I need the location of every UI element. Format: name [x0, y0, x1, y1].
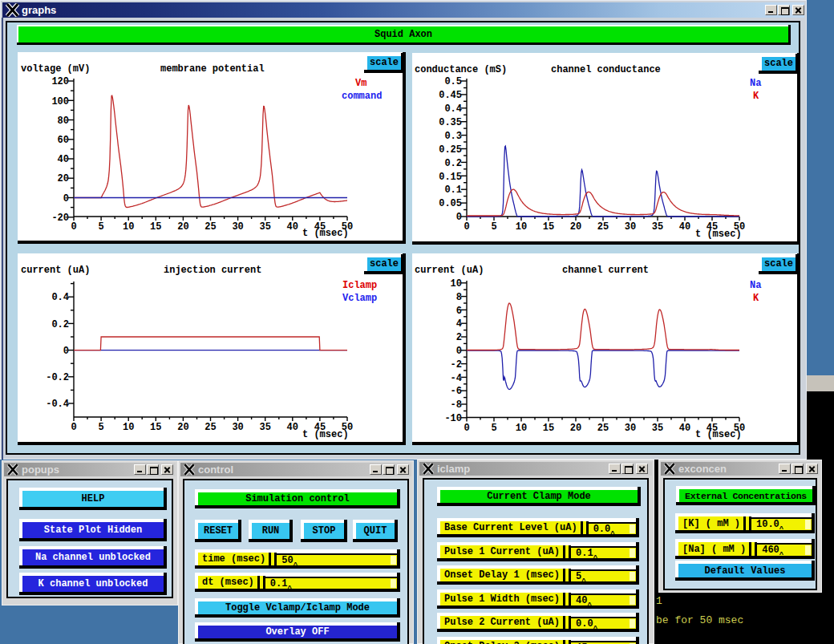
svg-text:0.25: 0.25 [439, 144, 462, 156]
svg-text:15: 15 [543, 423, 554, 434]
svg-text:25: 25 [204, 221, 216, 233]
svg-text:-20: -20 [51, 213, 69, 224]
svg-text:-6: -6 [451, 386, 462, 397]
svg-text:0: 0 [464, 221, 469, 233]
svg-text:10: 10 [516, 423, 527, 434]
svg-text:35: 35 [259, 422, 270, 433]
svg-text:15: 15 [150, 221, 161, 233]
svg-text:-2: -2 [451, 359, 462, 371]
svg-text:0: 0 [464, 423, 469, 434]
svg-text:0: 0 [456, 346, 462, 357]
svg-text:35: 35 [652, 423, 663, 434]
svg-text:20: 20 [177, 221, 188, 233]
svg-text:5: 5 [98, 422, 103, 433]
svg-text:30: 30 [625, 221, 636, 233]
svg-text:5: 5 [491, 221, 496, 233]
svg-text:60: 60 [58, 135, 69, 146]
svg-text:4: 4 [456, 318, 462, 330]
svg-text:30: 30 [232, 422, 243, 433]
svg-text:40: 40 [287, 422, 298, 433]
svg-text:-4: -4 [451, 373, 462, 384]
svg-text:0.2: 0.2 [51, 319, 69, 330]
svg-text:6: 6 [456, 306, 462, 317]
svg-text:5: 5 [98, 221, 103, 233]
svg-text:25: 25 [597, 423, 609, 434]
svg-text:0.35: 0.35 [439, 117, 462, 128]
svg-text:0: 0 [456, 212, 462, 223]
svg-text:10: 10 [123, 221, 134, 233]
svg-text:-0.2: -0.2 [46, 372, 69, 383]
svg-text:40: 40 [58, 154, 69, 165]
svg-text:-0.4: -0.4 [46, 399, 69, 410]
svg-text:30: 30 [625, 423, 636, 434]
svg-text:0.4: 0.4 [444, 103, 462, 115]
svg-text:40: 40 [287, 221, 298, 233]
svg-text:10: 10 [451, 278, 462, 290]
svg-text:15: 15 [150, 422, 161, 433]
svg-text:0: 0 [71, 221, 76, 233]
svg-text:0: 0 [63, 193, 69, 205]
svg-text:20: 20 [570, 423, 581, 434]
svg-text:10: 10 [123, 422, 134, 433]
svg-text:0.1: 0.1 [444, 184, 462, 196]
svg-text:0: 0 [71, 422, 76, 433]
svg-text:35: 35 [259, 221, 270, 233]
svg-text:80: 80 [58, 115, 69, 127]
svg-text:10: 10 [516, 221, 527, 233]
svg-text:0.5: 0.5 [444, 76, 462, 87]
svg-text:2: 2 [456, 332, 462, 343]
svg-text:120: 120 [51, 76, 69, 87]
svg-text:0.45: 0.45 [439, 90, 462, 101]
svg-text:20: 20 [58, 173, 69, 184]
svg-text:0.15: 0.15 [439, 172, 462, 183]
svg-text:-10: -10 [444, 413, 462, 424]
svg-text:0: 0 [63, 346, 69, 357]
svg-text:0.4: 0.4 [51, 292, 69, 303]
svg-text:-8: -8 [451, 399, 462, 411]
svg-text:0.3: 0.3 [444, 131, 462, 142]
svg-text:100: 100 [51, 96, 69, 107]
svg-text:5: 5 [491, 423, 496, 434]
svg-text:8: 8 [456, 292, 462, 303]
svg-text:25: 25 [597, 221, 609, 233]
svg-text:35: 35 [652, 221, 663, 233]
svg-text:20: 20 [570, 221, 581, 233]
svg-text:40: 40 [679, 423, 690, 434]
svg-text:30: 30 [232, 221, 243, 233]
svg-text:20: 20 [177, 422, 188, 433]
svg-text:15: 15 [543, 221, 554, 233]
svg-text:0.2: 0.2 [444, 158, 462, 169]
svg-text:40: 40 [679, 221, 690, 233]
svg-text:0.05: 0.05 [439, 198, 462, 209]
svg-text:25: 25 [204, 422, 216, 433]
